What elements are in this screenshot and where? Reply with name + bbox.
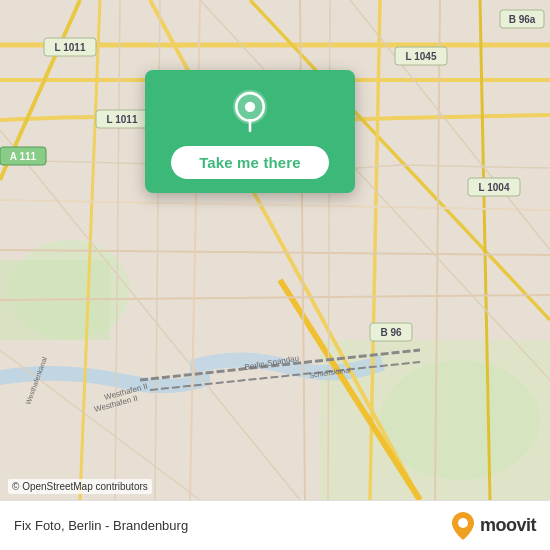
svg-text:B 96: B 96 xyxy=(380,327,402,338)
map-container: L 1011 L 1011 A 111 L 1045 L 1004 B 96 B… xyxy=(0,0,550,500)
svg-text:A 111: A 111 xyxy=(10,151,37,162)
svg-text:B 96a: B 96a xyxy=(509,14,536,25)
svg-text:L 1011: L 1011 xyxy=(55,42,86,53)
location-pin-icon xyxy=(226,88,274,136)
location-title: Fix Foto, Berlin - Brandenburg xyxy=(14,518,188,533)
svg-point-26 xyxy=(245,102,255,112)
bottom-bar: Fix Foto, Berlin - Brandenburg moovit xyxy=(0,500,550,550)
moovit-pin-icon xyxy=(452,512,474,540)
location-card: Take me there xyxy=(145,70,355,193)
svg-point-4 xyxy=(380,360,540,480)
osm-attribution: © OpenStreetMap contributors xyxy=(8,479,152,494)
moovit-text: moovit xyxy=(480,515,536,536)
take-me-there-button[interactable]: Take me there xyxy=(171,146,329,179)
moovit-logo: moovit xyxy=(452,512,536,540)
svg-text:L 1004: L 1004 xyxy=(479,182,510,193)
svg-text:L 1011: L 1011 xyxy=(107,114,138,125)
svg-text:L 1045: L 1045 xyxy=(406,51,437,62)
svg-point-27 xyxy=(458,518,468,528)
